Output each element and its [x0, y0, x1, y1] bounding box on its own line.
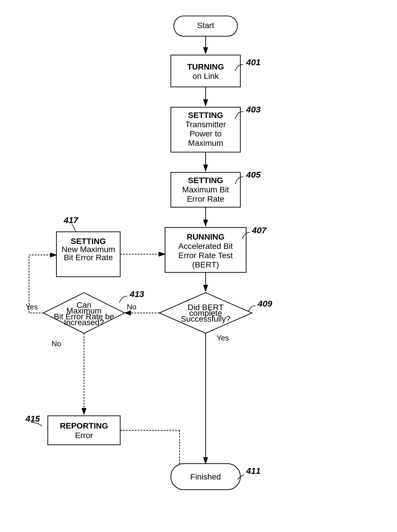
label-415: 415	[25, 414, 40, 423]
node-405-line1: SETTING	[188, 176, 223, 185]
node-407-line3: Error Rate Test	[178, 251, 233, 260]
node-403-line3: Power to	[190, 129, 222, 138]
no-label-409: No	[127, 303, 136, 311]
node-413-line4: Increased?	[64, 318, 104, 327]
node-415-line2: Error	[75, 431, 93, 440]
yes-label-413: Yes	[25, 303, 38, 311]
node-407-line1: RUNNING	[187, 232, 225, 241]
label-401: 401	[246, 57, 261, 67]
node-403-line4: Maximum	[188, 139, 223, 147]
node-403-line2: Transmitter	[185, 120, 226, 129]
node-403-line1: SETTING	[188, 111, 223, 120]
node-405-line2: Maximum Bit	[182, 185, 229, 194]
label-405: 405	[246, 170, 261, 179]
node-417-line2: New Maximum	[61, 245, 115, 254]
node-407-line2: Accelerated Bit	[178, 242, 233, 251]
label-407: 407	[252, 225, 267, 235]
label-411: 411	[246, 466, 261, 475]
node-411-label: Finished	[190, 472, 221, 481]
node-407-line4: (BERT)	[192, 260, 219, 269]
node-417-line3: Bit Error Rate	[64, 253, 113, 262]
label-413: 413	[129, 289, 144, 299]
node-409-line3: Successfully?	[181, 314, 230, 323]
node-405-line3: Error Rate	[187, 194, 224, 203]
start-label: Start	[197, 21, 214, 30]
yes-label-409: Yes	[217, 334, 229, 342]
label-417: 417	[63, 215, 78, 225]
label-403: 403	[246, 105, 261, 114]
node-401-line2: on Link	[193, 72, 219, 81]
label-409: 409	[257, 299, 272, 308]
node-415-line1: REPORTING	[60, 421, 108, 430]
flowchart-diagram: Start TURNING on Link 401 SETTING Transm…	[0, 0, 397, 532]
node-401-line1: TURNING	[187, 62, 224, 71]
node-417-line1: SETTING	[71, 237, 106, 246]
no-label-413: No	[52, 339, 61, 348]
